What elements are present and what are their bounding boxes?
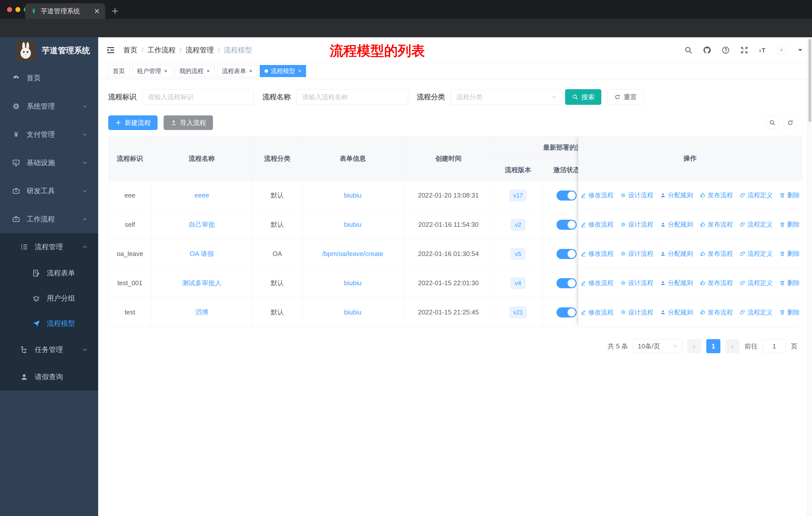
- current-page-button[interactable]: 1: [706, 339, 720, 353]
- form-info-link[interactable]: biubiu: [344, 221, 361, 228]
- search-button[interactable]: 搜索: [565, 89, 601, 105]
- action-publish-flow[interactable]: 发布流程: [700, 308, 733, 317]
- action-modify-flow[interactable]: 修改流程: [580, 191, 614, 199]
- action-assign-rule[interactable]: 分配规则: [660, 220, 693, 228]
- action-design-flow[interactable]: 设计流程: [620, 308, 654, 317]
- form-info-link[interactable]: biubiu: [344, 308, 361, 316]
- action-publish-flow[interactable]: 发布流程: [700, 279, 733, 287]
- active-toggle[interactable]: [556, 307, 577, 318]
- github-icon[interactable]: [703, 46, 711, 54]
- page-tab-流程表单[interactable]: 流程表单×: [217, 65, 257, 77]
- sidebar-item-流程表单[interactable]: 流程表单: [0, 261, 98, 286]
- action-flow-definition[interactable]: 流程定义: [740, 308, 773, 317]
- action-flow-definition[interactable]: 流程定义: [740, 220, 773, 228]
- form-info-link[interactable]: /bpm/oa/leave/create: [322, 250, 383, 258]
- action-publish-flow[interactable]: 发布流程: [700, 191, 733, 199]
- action-flow-definition[interactable]: 流程定义: [740, 279, 773, 287]
- close-tab-icon[interactable]: [93, 7, 101, 15]
- sidebar-item-基础设施[interactable]: 基础设施: [0, 148, 98, 177]
- active-toggle[interactable]: [556, 220, 577, 230]
- action-delete[interactable]: 删除: [779, 249, 800, 258]
- action-delete[interactable]: 删除: [779, 308, 800, 317]
- chevron-down-icon[interactable]: [796, 46, 805, 54]
- action-delete[interactable]: 删除: [779, 279, 800, 287]
- action-publish-flow[interactable]: 发布流程: [700, 249, 733, 258]
- breadcrumb-item[interactable]: 流程管理: [186, 45, 214, 55]
- flow-category-select[interactable]: [451, 89, 562, 105]
- action-modify-flow[interactable]: 修改流程: [580, 279, 614, 287]
- next-page-button[interactable]: ›: [725, 339, 740, 353]
- action-assign-rule[interactable]: 分配规则: [660, 279, 693, 287]
- close-tab-icon[interactable]: ×: [298, 68, 301, 74]
- form-info-link[interactable]: biubiu: [344, 191, 361, 199]
- action-delete[interactable]: 删除: [779, 220, 800, 228]
- sidebar-item-流程管理[interactable]: 流程管理: [0, 233, 98, 261]
- sidebar-item-工作流程[interactable]: 工作流程: [0, 205, 98, 233]
- font-size-icon[interactable]: TT: [759, 46, 767, 54]
- flow-category-input[interactable]: [451, 89, 562, 105]
- action-design-flow[interactable]: 设计流程: [620, 220, 654, 228]
- flow-id-input[interactable]: [142, 89, 254, 105]
- close-window-button[interactable]: [7, 7, 12, 12]
- sidebar-item-研发工具[interactable]: 研发工具: [0, 177, 98, 205]
- action-delete[interactable]: 删除: [779, 191, 800, 199]
- action-flow-definition[interactable]: 流程定义: [740, 191, 773, 199]
- create-flow-button[interactable]: 新建流程: [108, 115, 157, 130]
- active-toggle[interactable]: [556, 249, 577, 259]
- import-flow-button[interactable]: 导入流程: [164, 115, 213, 130]
- action-modify-flow[interactable]: 修改流程: [580, 249, 614, 258]
- action-assign-rule[interactable]: 分配规则: [660, 191, 693, 199]
- sidebar-item-首页[interactable]: 首页: [0, 64, 98, 92]
- sidebar-item-任务管理[interactable]: 任务管理: [0, 336, 98, 363]
- sidebar-item-用户分组[interactable]: 用户分组: [0, 286, 98, 311]
- action-design-flow[interactable]: 设计流程: [620, 249, 654, 258]
- page-tab-流程模型[interactable]: 流程模型×: [260, 65, 306, 77]
- close-tab-icon[interactable]: ×: [249, 68, 253, 74]
- active-toggle[interactable]: [556, 278, 577, 288]
- close-tab-icon[interactable]: ×: [164, 68, 167, 74]
- form-info-link[interactable]: biubiu: [344, 279, 361, 287]
- flow-name-link[interactable]: OA 请假: [190, 249, 214, 258]
- sidebar-item-请假查询[interactable]: 请假查询: [0, 363, 98, 390]
- avatar[interactable]: [777, 46, 786, 54]
- active-toggle[interactable]: [556, 190, 577, 200]
- action-design-flow[interactable]: 设计流程: [620, 279, 654, 287]
- action-design-flow[interactable]: 设计流程: [620, 191, 654, 199]
- flow-name-link[interactable]: 测试多审批人: [182, 279, 222, 288]
- app-logo[interactable]: 芋道管理系统: [0, 37, 98, 64]
- minimize-window-button[interactable]: [16, 7, 20, 12]
- goto-page-input[interactable]: [763, 339, 786, 353]
- new-tab-button[interactable]: [111, 7, 119, 16]
- action-flow-definition[interactable]: 流程定义: [740, 249, 773, 258]
- fullscreen-icon[interactable]: [740, 46, 749, 54]
- sidebar-item-系统管理[interactable]: 系统管理: [0, 92, 98, 120]
- page-scrollbar[interactable]: [808, 37, 812, 516]
- breadcrumb-item[interactable]: 首页: [123, 45, 138, 55]
- browser-tab[interactable]: 芋道管理系统: [25, 3, 105, 19]
- collapse-menu-icon[interactable]: [106, 46, 115, 55]
- flow-name-link[interactable]: eeee: [195, 191, 209, 199]
- breadcrumb-item[interactable]: 工作流程: [147, 45, 176, 55]
- action-publish-flow[interactable]: 发布流程: [700, 220, 733, 228]
- page-tab-首页[interactable]: 首页: [108, 65, 129, 77]
- action-modify-flow[interactable]: 修改流程: [580, 308, 614, 317]
- reset-button[interactable]: 重置: [607, 89, 644, 105]
- flow-name-link[interactable]: 滔博: [195, 308, 208, 317]
- flow-name-input[interactable]: [296, 89, 408, 105]
- scrollbar-thumb[interactable]: [809, 39, 811, 122]
- refresh-table-button[interactable]: [783, 116, 798, 130]
- page-size-select[interactable]: 10条/页: [633, 339, 682, 353]
- page-tab-我的流程[interactable]: 我的流程×: [175, 65, 215, 77]
- help-icon[interactable]: [721, 46, 730, 54]
- close-tab-icon[interactable]: ×: [207, 68, 210, 74]
- toggle-search-button[interactable]: [765, 116, 779, 130]
- action-assign-rule[interactable]: 分配规则: [660, 249, 693, 258]
- flow-name-link[interactable]: 自己审批: [189, 220, 215, 229]
- sidebar-item-流程模型[interactable]: 流程模型: [0, 311, 98, 336]
- sidebar-item-支付管理[interactable]: ¥支付管理: [0, 120, 98, 148]
- prev-page-button[interactable]: ‹: [687, 339, 701, 353]
- action-assign-rule[interactable]: 分配规则: [660, 308, 693, 317]
- action-modify-flow[interactable]: 修改流程: [580, 220, 614, 228]
- page-tab-租户管理[interactable]: 租户管理×: [132, 65, 172, 77]
- search-icon[interactable]: [684, 46, 693, 54]
